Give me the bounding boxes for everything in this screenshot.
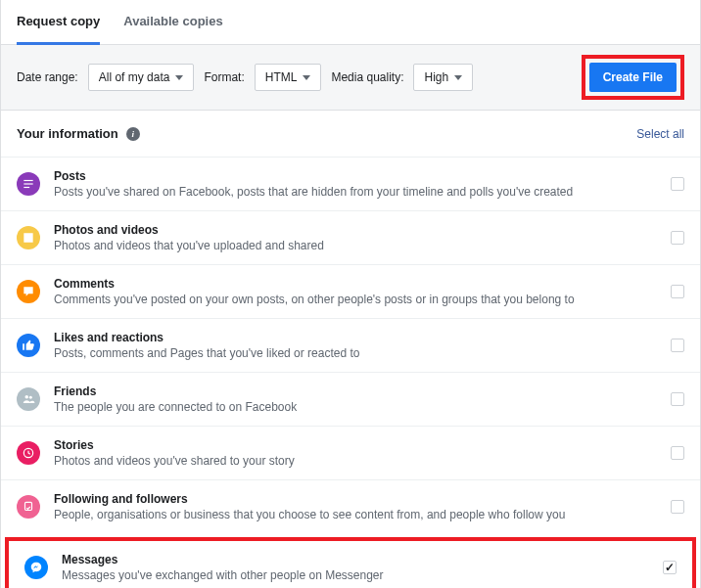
media-quality-dropdown[interactable]: High: [413, 64, 473, 91]
item-checkbox[interactable]: [663, 561, 677, 574]
item-icon: [17, 172, 40, 196]
item-text: MessagesMessages you've exchanged with o…: [62, 553, 663, 582]
list-item[interactable]: Photos and videosPhotos and videos that …: [1, 210, 700, 264]
svg-rect-2: [23, 187, 29, 188]
date-range-label: Date range:: [17, 70, 78, 84]
item-desc: Posts, comments and Pages that you've li…: [54, 346, 671, 360]
item-title: Messages: [62, 553, 663, 566]
item-checkbox[interactable]: [671, 339, 684, 352]
list-item[interactable]: FriendsThe people you are connected to o…: [1, 372, 700, 426]
items-list: PostsPosts you've shared on Facebook, po…: [1, 157, 700, 588]
list-item[interactable]: StoriesPhotos and videos you've shared t…: [1, 426, 700, 479]
format-label: Format:: [204, 70, 244, 84]
create-file-button[interactable]: Create File: [589, 63, 677, 92]
format-dropdown[interactable]: HTML: [255, 64, 322, 91]
caret-down-icon: [454, 75, 462, 80]
caret-down-icon: [303, 75, 310, 80]
svg-point-4: [29, 396, 32, 399]
item-checkbox[interactable]: [671, 392, 684, 406]
item-text: Following and followersPeople, organisat…: [54, 492, 671, 521]
item-title: Comments: [54, 277, 671, 291]
item-desc: Posts you've shared on Facebook, posts t…: [54, 185, 671, 199]
item-text: CommentsComments you've posted on your o…: [54, 277, 671, 306]
item-title: Likes and reactions: [54, 331, 671, 344]
item-desc: Messages you've exchanged with other peo…: [62, 568, 663, 582]
item-checkbox[interactable]: [671, 446, 684, 460]
item-text: Likes and reactionsPosts, comments and P…: [54, 331, 671, 360]
item-icon: [17, 226, 40, 249]
item-checkbox[interactable]: [671, 177, 684, 191]
date-range-dropdown[interactable]: All of my data: [88, 64, 195, 91]
item-text: PostsPosts you've shared on Facebook, po…: [54, 169, 671, 199]
item-desc: People, organisations or business that y…: [54, 508, 671, 521]
item-desc: Photos and videos that you've uploaded a…: [54, 239, 671, 252]
item-icon: [17, 280, 40, 303]
item-icon: [17, 387, 40, 411]
item-checkbox[interactable]: [671, 285, 684, 298]
section-header: Your information i Select all: [1, 111, 700, 157]
item-desc: The people you are connected to on Faceb…: [54, 400, 671, 414]
list-item[interactable]: MessagesMessages you've exchanged with o…: [9, 541, 692, 588]
info-icon[interactable]: i: [126, 127, 140, 141]
item-desc: Comments you've posted on your own posts…: [54, 293, 671, 306]
item-text: StoriesPhotos and videos you've shared t…: [54, 438, 671, 468]
date-range-value: All of my data: [99, 70, 170, 84]
item-icon: [17, 441, 40, 465]
item-checkbox[interactable]: [671, 231, 684, 245]
tab-request-copy[interactable]: Request copy: [17, 0, 100, 45]
item-text: FriendsThe people you are connected to o…: [54, 384, 671, 414]
tab-available-copies[interactable]: Available copies: [123, 0, 222, 44]
item-icon: [24, 556, 48, 579]
item-title: Stories: [54, 438, 671, 452]
item-title: Friends: [54, 384, 671, 398]
list-item[interactable]: Following and followersPeople, organisat…: [1, 479, 700, 533]
filter-bar: Date range: All of my data Format: HTML …: [1, 45, 700, 111]
format-value: HTML: [265, 70, 298, 84]
svg-point-3: [25, 395, 29, 399]
list-item[interactable]: PostsPosts you've shared on Facebook, po…: [1, 157, 700, 210]
svg-rect-1: [23, 183, 32, 184]
item-title: Photos and videos: [54, 223, 671, 237]
item-checkbox[interactable]: [671, 500, 684, 514]
item-desc: Photos and videos you've shared to your …: [54, 454, 671, 468]
section-title: Your information i: [17, 126, 140, 141]
caret-down-icon: [175, 75, 183, 80]
messages-highlight: MessagesMessages you've exchanged with o…: [5, 537, 696, 588]
item-icon: [17, 495, 40, 519]
svg-rect-0: [23, 180, 32, 181]
list-item[interactable]: CommentsComments you've posted on your o…: [1, 264, 700, 318]
item-title: Posts: [54, 169, 671, 183]
item-title: Following and followers: [54, 492, 671, 506]
select-all-link[interactable]: Select all: [636, 127, 684, 141]
list-item[interactable]: Likes and reactionsPosts, comments and P…: [1, 318, 700, 372]
tabs: Request copy Available copies: [1, 0, 700, 45]
media-quality-label: Media quality:: [331, 70, 403, 84]
item-icon: [17, 334, 40, 357]
media-quality-value: High: [424, 70, 448, 84]
create-file-highlight: Create File: [582, 55, 684, 100]
item-text: Photos and videosPhotos and videos that …: [54, 223, 671, 252]
